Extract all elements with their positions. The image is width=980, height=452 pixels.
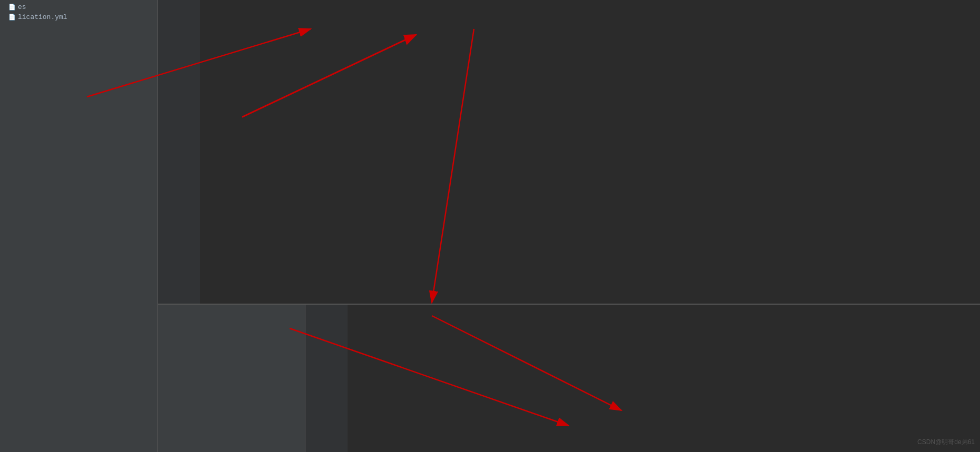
sidebar-item-es[interactable]: 📄 es xyxy=(0,2,157,12)
line-numbers-top xyxy=(158,0,184,304)
file-icon: 📄 xyxy=(8,14,16,21)
nav-mini-panel xyxy=(158,305,305,452)
sidebar: 📄 es 📄 lication.yml xyxy=(0,0,158,452)
code-gutter-bottom xyxy=(332,305,348,452)
code-content-top[interactable] xyxy=(200,0,980,304)
code-panel-right xyxy=(305,305,980,452)
code-editor-bottom xyxy=(305,305,980,452)
line-numbers-bottom xyxy=(305,305,332,452)
code-gutter-top xyxy=(184,0,200,304)
folder-icon: 📄 xyxy=(8,4,16,11)
code-content-bottom[interactable] xyxy=(348,305,980,452)
code-panel-top xyxy=(158,0,980,305)
sidebar-item-yml[interactable]: 📄 lication.yml xyxy=(0,12,157,22)
code-editor-top xyxy=(158,0,980,304)
watermark: CSDN@明哥de弟61 xyxy=(917,438,975,447)
editor-area: CSDN@明哥de弟61 xyxy=(158,0,980,452)
main-container: 📄 es 📄 lication.yml xyxy=(0,0,980,452)
code-panel-bottom xyxy=(158,305,980,452)
